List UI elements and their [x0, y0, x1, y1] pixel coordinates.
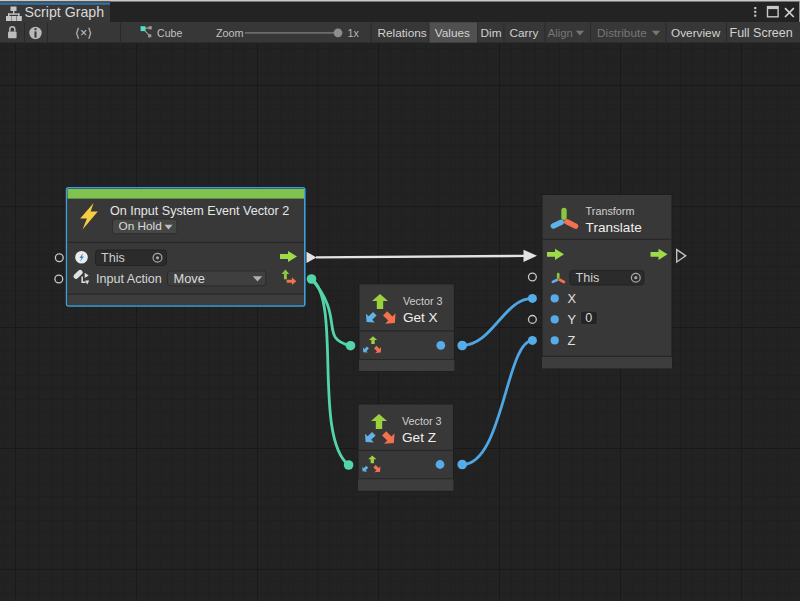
- svg-text:Transform: Transform: [586, 205, 635, 217]
- svg-text:Input Action: Input Action: [96, 272, 162, 286]
- svg-text:Full Screen: Full Screen: [730, 26, 793, 40]
- svg-text:0: 0: [585, 311, 592, 325]
- svg-text:This: This: [576, 271, 600, 285]
- svg-text:Y: Y: [568, 312, 577, 327]
- svg-text:On Input System Event Vector 2: On Input System Event Vector 2: [110, 204, 289, 218]
- svg-text:On Hold: On Hold: [119, 219, 162, 233]
- svg-text:X: X: [568, 291, 577, 306]
- svg-text:⟨×⟩: ⟨×⟩: [75, 26, 92, 40]
- svg-text:Translate: Translate: [586, 220, 642, 235]
- svg-text:Dim: Dim: [481, 26, 502, 40]
- svg-text:Carry: Carry: [510, 26, 539, 40]
- svg-text:Distribute: Distribute: [597, 26, 647, 40]
- svg-text:This: This: [101, 251, 125, 265]
- svg-text:Cube: Cube: [157, 27, 182, 39]
- svg-text:Vector 3: Vector 3: [402, 415, 442, 427]
- svg-text:1x: 1x: [348, 27, 360, 39]
- svg-text:Overview: Overview: [671, 26, 721, 40]
- svg-text:Relations: Relations: [378, 26, 427, 40]
- svg-text:Script Graph: Script Graph: [25, 4, 105, 20]
- svg-text:Move: Move: [174, 271, 205, 286]
- svg-text:Z: Z: [568, 333, 576, 348]
- svg-text:Values: Values: [435, 26, 470, 40]
- svg-text:Align: Align: [548, 27, 573, 39]
- svg-text:Get X: Get X: [403, 310, 438, 325]
- svg-text:Zoom: Zoom: [216, 27, 244, 39]
- svg-text:Get Z: Get Z: [402, 430, 436, 445]
- svg-text:Vector 3: Vector 3: [403, 295, 443, 307]
